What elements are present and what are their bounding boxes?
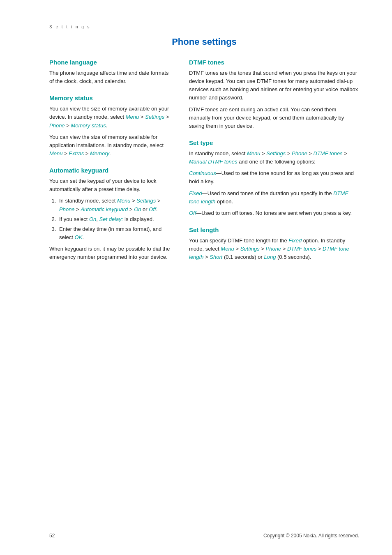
link-settings-sl[interactable]: Settings [240, 246, 260, 252]
section-title-automatic-keyguard: Automatic keyguard [49, 167, 173, 174]
section-set-type: Set type In standby mode, select Menu > … [189, 139, 359, 217]
link-fixed-sl[interactable]: Fixed [288, 237, 302, 244]
link-memory[interactable]: Memory [90, 150, 109, 157]
dtmf-text-1: DTMF tones are the tones that sound when… [189, 69, 359, 102]
phone-language-text: The phone language affects time and date… [49, 69, 173, 85]
link-menu-sl[interactable]: Menu [221, 246, 234, 252]
right-column: DTMF tones DTMF tones are the tones that… [189, 59, 359, 265]
link-ok[interactable]: OK [75, 234, 83, 240]
section-title-dtmf-tones: DTMF tones [189, 59, 359, 66]
section-title-set-length: Set length [189, 226, 359, 233]
link-off-st[interactable]: Off [189, 210, 196, 216]
list-item: If you select On, Set delay: is displaye… [58, 215, 173, 223]
keyguard-note: When keyguard is on, it may be possible … [49, 245, 173, 261]
list-item: Enter the delay time (in mm:ss format), … [58, 225, 173, 242]
footer: 52 Copyright © 2005 Nokia. All rights re… [0, 533, 392, 539]
link-extras[interactable]: Extras [69, 150, 84, 157]
link-set-delay[interactable]: Set delay: [99, 216, 123, 222]
section-set-length: Set length You can specify DTMF tone len… [189, 226, 359, 261]
settings-label: S e t t i n g s [49, 25, 359, 29]
keyguard-steps: In standby mode, select Menu > Settings … [58, 197, 173, 242]
left-column: Phone language The phone language affect… [49, 59, 173, 265]
link-menu-st[interactable]: Menu [247, 150, 261, 157]
section-title-memory-status: Memory status [49, 94, 173, 101]
section-phone-language: Phone language The phone language affect… [49, 59, 173, 85]
set-length-text: You can specify DTMF tone length for the… [189, 237, 359, 261]
page-number: 52 [49, 533, 55, 539]
content-columns: Phone language The phone language affect… [49, 59, 359, 265]
link-continuous[interactable]: Continuous [189, 170, 216, 176]
memory-status-text-2: You can view the size of memory availabl… [49, 133, 173, 158]
link-off[interactable]: Off [149, 206, 156, 212]
link-menu-1[interactable]: Menu [126, 114, 139, 120]
section-title-set-type: Set type [189, 139, 359, 146]
set-type-continuous: Continuous—Used to set the tone sound fo… [189, 169, 359, 186]
link-on[interactable]: On [134, 206, 141, 212]
link-phone-kg[interactable]: Phone [59, 206, 75, 212]
link-on-2[interactable]: On [89, 216, 96, 222]
section-automatic-keyguard: Automatic keyguard You can set the keypa… [49, 167, 173, 261]
link-settings-kg[interactable]: Settings [136, 198, 156, 204]
memory-status-text-1: You can view the size of memory availabl… [49, 105, 173, 129]
section-title-phone-language: Phone language [49, 59, 173, 66]
link-long[interactable]: Long [264, 254, 276, 260]
link-dtmf-tones-st[interactable]: DTMF tones [314, 150, 343, 157]
dtmf-text-2: DTMF tones are sent during an active cal… [189, 106, 359, 130]
page-title: Phone settings [49, 37, 359, 47]
set-type-fixed: Fixed—Used to send tones of the duration… [189, 189, 359, 206]
link-menu-kg[interactable]: Menu [117, 198, 131, 204]
link-settings-st[interactable]: Settings [266, 150, 286, 157]
set-type-off: Off—Used to turn off tones. No tones are… [189, 209, 359, 217]
keyguard-intro: You can set the keypad of your device to… [49, 177, 173, 193]
copyright-text: Copyright © 2005 Nokia. All rights reser… [263, 533, 359, 539]
link-fixed[interactable]: Fixed [189, 190, 202, 196]
link-phone-sl[interactable]: Phone [266, 246, 281, 252]
section-memory-status: Memory status You can view the size of m… [49, 94, 173, 158]
link-dtmf-tones-sl[interactable]: DTMF tones [287, 246, 316, 252]
link-menu-2[interactable]: Menu [49, 150, 63, 157]
link-settings-1[interactable]: Settings [145, 114, 164, 120]
page: S e t t i n g s Phone settings Phone lan… [0, 0, 392, 555]
link-phone-st[interactable]: Phone [292, 150, 307, 157]
link-manual-dtmf-tones[interactable]: Manual DTMF tones [189, 159, 238, 165]
link-automatic-keyguard[interactable]: Automatic keyguard [81, 206, 128, 212]
link-short[interactable]: Short [210, 254, 222, 260]
link-phone-1[interactable]: Phone [49, 122, 65, 129]
link-dtmf-tone-length-st[interactable]: DTMF tone length [189, 190, 348, 205]
set-type-intro: In standby mode, select Menu > Settings … [189, 150, 359, 166]
list-item: In standby mode, select Menu > Settings … [58, 197, 173, 213]
link-memory-status[interactable]: Memory status [71, 122, 106, 129]
section-dtmf-tones: DTMF tones DTMF tones are the tones that… [189, 59, 359, 130]
